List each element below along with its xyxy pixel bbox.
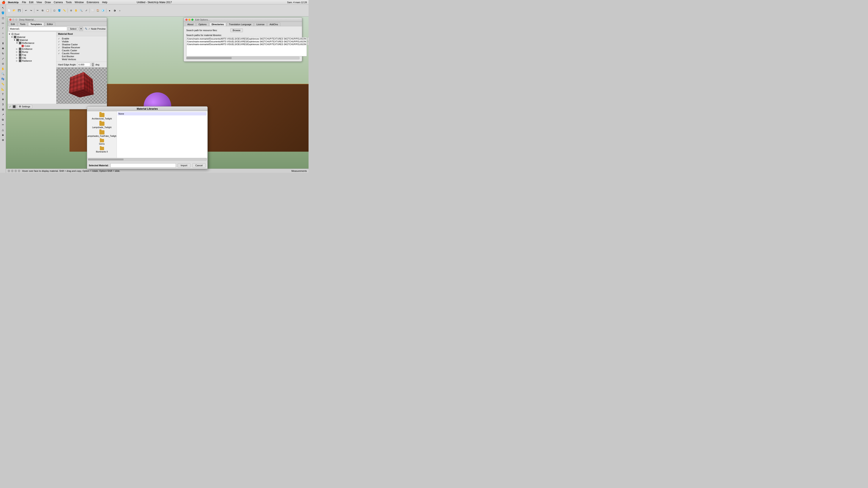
app-name[interactable]: SketchUp bbox=[8, 1, 19, 4]
tb-erase[interactable]: ◻ bbox=[52, 8, 57, 13]
tree-reflectance[interactable]: ▼ Reflectance bbox=[8, 41, 56, 44]
tool-scale[interactable]: ⤢ bbox=[1, 56, 5, 61]
tool-follow[interactable]: ↗ bbox=[1, 112, 5, 117]
tool-circle[interactable]: ○ bbox=[1, 31, 5, 36]
tool-line[interactable]: / bbox=[1, 26, 5, 31]
angle-down-button[interactable]: ▼ bbox=[92, 65, 94, 66]
tree-color[interactable]: Color bbox=[8, 44, 56, 47]
options-maximize-button[interactable] bbox=[191, 19, 193, 21]
tree-bump[interactable]: ▷ Bump bbox=[8, 51, 56, 53]
tb-orbit[interactable]: ⊙ bbox=[69, 8, 73, 13]
tool-solid[interactable]: ◈ bbox=[1, 133, 5, 137]
library-architectural[interactable]: Architectural_Twilight bbox=[87, 112, 117, 121]
menu-extensions[interactable]: Extensions bbox=[87, 1, 99, 4]
import-button[interactable]: Import bbox=[178, 163, 190, 167]
tb-zoom-ext[interactable]: ⤢ bbox=[84, 8, 89, 13]
tree-fog[interactable]: ▷ Fog bbox=[8, 53, 56, 56]
tree-root[interactable]: ▼ Root bbox=[8, 33, 56, 36]
tool-select[interactable]: ↖ bbox=[1, 5, 5, 10]
option-exit-blocker[interactable]: Exit Blocker bbox=[58, 55, 105, 58]
tree-material-1[interactable]: ▼ Material bbox=[8, 36, 56, 38]
dropdown-arrow[interactable]: ▼ bbox=[79, 27, 83, 31]
tool-rotate[interactable]: ↻ bbox=[1, 51, 5, 56]
tb-measure[interactable]: 📏 bbox=[62, 8, 67, 13]
tool-section[interactable]: ⊞ bbox=[1, 107, 5, 112]
maximize-button[interactable] bbox=[15, 19, 18, 21]
tab-options[interactable]: Options bbox=[196, 23, 209, 26]
angle-input[interactable] bbox=[78, 63, 90, 66]
tool-eraser[interactable]: ◻ bbox=[1, 16, 5, 20]
tool-tape[interactable]: 📐 bbox=[1, 87, 5, 92]
menu-edit[interactable]: Edit bbox=[29, 1, 33, 4]
menu-help[interactable]: Help bbox=[102, 1, 107, 4]
tb-new[interactable]: 📄 bbox=[7, 8, 11, 13]
tool-paint[interactable]: 🪣 bbox=[1, 10, 5, 15]
tool-rectangle[interactable]: ▭ bbox=[1, 21, 5, 25]
option-enable[interactable]: ✓ Enable bbox=[58, 37, 105, 40]
path-add-button[interactable]: + bbox=[307, 37, 309, 41]
tool-move[interactable]: ✥ bbox=[1, 46, 5, 51]
tab-translation[interactable]: Translation Language bbox=[226, 23, 254, 26]
option-caustic-receiver[interactable]: ✓ Caustic Receiver bbox=[58, 52, 105, 55]
dialog-scrollbar[interactable] bbox=[88, 158, 207, 161]
material-name-input[interactable] bbox=[9, 27, 67, 31]
option-weld-vertices[interactable]: Weld Vertices bbox=[58, 58, 105, 61]
tree-radiance[interactable]: ▷ Radiance bbox=[8, 59, 56, 62]
tb-pan[interactable]: ✋ bbox=[74, 8, 79, 13]
tab-license[interactable]: License bbox=[254, 23, 267, 26]
menu-tools[interactable]: Tools bbox=[66, 1, 72, 4]
tb-zoom[interactable]: 🔍 bbox=[79, 8, 84, 13]
preview-icon[interactable]: ⬛ bbox=[12, 105, 16, 108]
tab-directories[interactable]: Directories bbox=[209, 23, 226, 26]
tool-axes[interactable]: ⊕ bbox=[1, 97, 5, 102]
tool-sandbox[interactable]: △ bbox=[1, 128, 5, 132]
cancel-button[interactable]: Cancel bbox=[192, 163, 206, 167]
menu-draw[interactable]: Draw bbox=[45, 1, 51, 4]
menu-camera[interactable]: Camera bbox=[54, 1, 63, 4]
menu-file[interactable]: File bbox=[22, 1, 26, 4]
tb-open[interactable]: 📂 bbox=[12, 8, 17, 13]
tab-edit[interactable]: Edit bbox=[8, 22, 17, 26]
tb-render2[interactable]: ◑ bbox=[112, 8, 117, 13]
tool-pan[interactable]: ✋ bbox=[1, 66, 5, 71]
apply-icon[interactable]: ✓ bbox=[9, 105, 11, 108]
tb-undo[interactable]: ↩ bbox=[24, 8, 28, 13]
tb-view1[interactable]: ⬜ bbox=[91, 8, 95, 13]
tool-zoom[interactable]: 🔍 bbox=[1, 72, 5, 76]
tb-redo[interactable]: ↪ bbox=[29, 8, 33, 13]
none-item[interactable]: None bbox=[118, 112, 207, 116]
tool-3d-text[interactable]: 3 bbox=[1, 102, 5, 107]
option-shadow-receiver[interactable]: ✓ Shadow Receiver bbox=[58, 46, 105, 49]
tool-walkthrough[interactable]: 👣 bbox=[1, 77, 5, 82]
tool-text[interactable]: T bbox=[1, 92, 5, 97]
option-shadow-caster[interactable]: ✓ Shadow Caster bbox=[58, 43, 105, 46]
tool-intersect[interactable]: ✂ bbox=[1, 123, 5, 127]
tree-material-2[interactable]: ▼ Material bbox=[8, 38, 56, 41]
options-minimize-button[interactable] bbox=[188, 19, 190, 21]
paths-scrollbar[interactable] bbox=[186, 57, 300, 59]
tb-view2[interactable]: 🏠 bbox=[96, 8, 100, 13]
library-lampshades-fastfake[interactable]: Lampshades_FastFake_Twilight bbox=[87, 129, 117, 138]
options-close-button[interactable] bbox=[185, 19, 188, 21]
tb-save[interactable]: 💾 bbox=[17, 8, 22, 13]
minimize-button[interactable] bbox=[12, 19, 14, 21]
tb-render3[interactable]: ○ bbox=[117, 8, 122, 13]
menu-window[interactable]: Window bbox=[74, 1, 84, 4]
tool-pushpull[interactable]: ⬆ bbox=[1, 41, 5, 46]
tb-cut[interactable]: ✂ bbox=[35, 8, 40, 13]
tab-about[interactable]: About bbox=[185, 23, 196, 26]
settings-button[interactable]: ⚙ Settings bbox=[17, 105, 32, 108]
tb-paste[interactable]: 📋 bbox=[45, 8, 50, 13]
option-caustic-caster[interactable]: ✓ Caustic Caster bbox=[58, 49, 105, 52]
tb-view3[interactable]: 🧊 bbox=[101, 8, 105, 13]
angle-up-button[interactable]: ▲ bbox=[92, 63, 94, 65]
selected-material-field[interactable] bbox=[111, 163, 176, 167]
browse-button[interactable]: Browse bbox=[230, 28, 243, 32]
tab-editor[interactable]: Editor bbox=[44, 22, 55, 26]
tab-tools[interactable]: Tools bbox=[18, 22, 28, 26]
library-lampshade[interactable]: Lampshade_Twilight bbox=[87, 121, 117, 129]
tab-addons[interactable]: AddOns bbox=[267, 23, 280, 26]
option-visible[interactable]: ✓ Visible bbox=[58, 40, 105, 43]
select-button[interactable]: Select bbox=[68, 27, 79, 31]
apple-menu[interactable]: 🍎 bbox=[2, 1, 5, 4]
